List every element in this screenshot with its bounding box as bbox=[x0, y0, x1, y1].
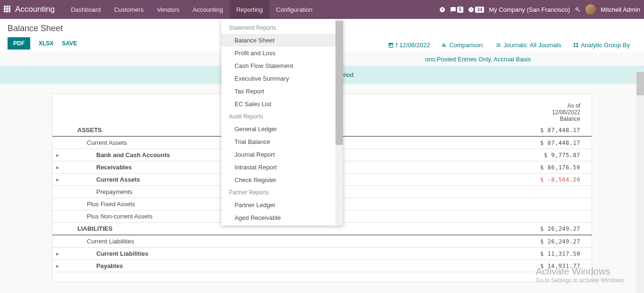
report-row[interactable]: ▸Current Liabilities$ 11,317.50 bbox=[52, 248, 592, 260]
dropdown-item[interactable]: Profit and Loss bbox=[221, 47, 343, 59]
support-icon[interactable] bbox=[439, 7, 445, 13]
dropdown-header: Partner Reports bbox=[221, 186, 343, 199]
main-nav: DashboardCustomersVendorsAccountingRepor… bbox=[64, 0, 319, 19]
expand-caret-icon[interactable]: ▸ bbox=[52, 174, 63, 186]
pdf-button[interactable]: PDF bbox=[8, 37, 30, 50]
dropdown-header: Statement Reports bbox=[221, 22, 343, 34]
row-label: Current Liabilities bbox=[63, 235, 416, 248]
filter-analytic[interactable]: Analytic Group By bbox=[573, 42, 630, 49]
dropdown-item[interactable]: Intrastat Report bbox=[221, 161, 343, 174]
topbar-right: 5 34 My Company (San Francisco) Mitchell… bbox=[439, 4, 640, 15]
expand-caret-icon[interactable]: ▸ bbox=[52, 149, 63, 161]
filter-journals[interactable]: Journals: All Journals bbox=[495, 42, 561, 49]
user-avatar[interactable] bbox=[585, 4, 596, 15]
company-switcher[interactable]: My Company (San Francisco) bbox=[489, 6, 570, 13]
apps-icon[interactable] bbox=[4, 6, 11, 13]
nav-accounting[interactable]: Accounting bbox=[186, 0, 229, 19]
row-value: $ 86,176.50 bbox=[416, 161, 592, 174]
report-row[interactable]: Current Liabilities$ 26,249.27 bbox=[52, 235, 592, 248]
dropdown-item[interactable]: Tax Report bbox=[221, 85, 343, 98]
windows-watermark: Activate Windows Go to Settings to activ… bbox=[536, 266, 625, 282]
nav-customers[interactable]: Customers bbox=[108, 0, 151, 19]
filter-date[interactable]: f 12/06/2022 bbox=[388, 42, 430, 49]
expand-caret-icon[interactable]: ▸ bbox=[52, 161, 63, 174]
dropdown-item[interactable]: Aged Payable bbox=[221, 224, 343, 226]
row-value: $ 11,317.50 bbox=[416, 248, 592, 260]
filter-options[interactable]: ons:Posted Entries Only, Accrual Basis bbox=[425, 56, 531, 63]
dropdown-item[interactable]: Cash Flow Statement bbox=[221, 59, 343, 72]
top-navbar: Accounting DashboardCustomersVendorsAcco… bbox=[0, 0, 644, 19]
save-button[interactable]: SAVE bbox=[62, 40, 77, 47]
nav-reporting[interactable]: Reporting bbox=[230, 0, 269, 19]
dropdown-header: Audit Reports bbox=[221, 110, 343, 123]
row-value: $ 9,775.87 bbox=[416, 149, 592, 161]
dropdown-item[interactable]: Aged Receivable bbox=[221, 211, 343, 224]
row-value bbox=[416, 198, 592, 210]
messages-icon[interactable]: 5 bbox=[450, 7, 464, 13]
dropdown-item[interactable]: EC Sales List bbox=[221, 98, 343, 110]
row-value bbox=[416, 210, 592, 223]
dropdown-item[interactable]: Balance Sheet bbox=[221, 34, 343, 47]
reporting-dropdown: Statement ReportsBalance SheetProfit and… bbox=[221, 19, 343, 226]
filter-bar: f 12/06/2022 Comparison: Journals: All J… bbox=[388, 42, 630, 49]
nav-dashboard[interactable]: Dashboard bbox=[64, 0, 108, 19]
row-value bbox=[416, 186, 592, 198]
row-value: $ 87,448.17 bbox=[416, 136, 592, 149]
expand-caret-icon[interactable]: ▸ bbox=[52, 248, 63, 260]
messages-badge: 5 bbox=[457, 7, 464, 13]
dropdown-item[interactable]: Journal Report bbox=[221, 148, 343, 161]
row-value: $ 26,249.27 bbox=[416, 235, 592, 248]
activities-badge: 34 bbox=[475, 7, 484, 13]
dropdown-scrollbar[interactable] bbox=[335, 19, 343, 226]
expand-caret-icon[interactable]: ▸ bbox=[52, 260, 63, 272]
dropdown-item[interactable]: Executive Summary bbox=[221, 72, 343, 85]
xlsx-button[interactable]: XLSX bbox=[39, 40, 53, 47]
debug-icon[interactable] bbox=[575, 7, 581, 13]
dropdown-item[interactable]: Check Register bbox=[221, 174, 343, 186]
nav-vendors[interactable]: Vendors bbox=[151, 0, 186, 19]
row-label: Current Liabilities bbox=[63, 248, 416, 260]
filter-comparison[interactable]: Comparison: bbox=[441, 42, 484, 49]
page-scrollbar[interactable] bbox=[636, 71, 644, 282]
dropdown-item[interactable]: General Ledger bbox=[221, 123, 343, 135]
dropdown-item[interactable]: Trial Balance bbox=[221, 135, 343, 148]
row-value: $ 87,448.17 bbox=[416, 124, 592, 136]
dropdown-item[interactable]: Partner Ledger bbox=[221, 199, 343, 211]
row-value: $ -8,504.20 bbox=[416, 174, 592, 186]
row-label: Payables bbox=[63, 260, 416, 272]
app-brand[interactable]: Accounting bbox=[15, 5, 55, 14]
row-value: $ 26,249.27 bbox=[416, 223, 592, 235]
report-row[interactable]: ▸Payables$ 14,931.77 bbox=[52, 260, 592, 272]
activities-icon[interactable]: 34 bbox=[468, 7, 484, 13]
nav-configuration[interactable]: Configuration bbox=[269, 0, 319, 19]
user-name[interactable]: Mitchell Admin bbox=[601, 6, 640, 13]
